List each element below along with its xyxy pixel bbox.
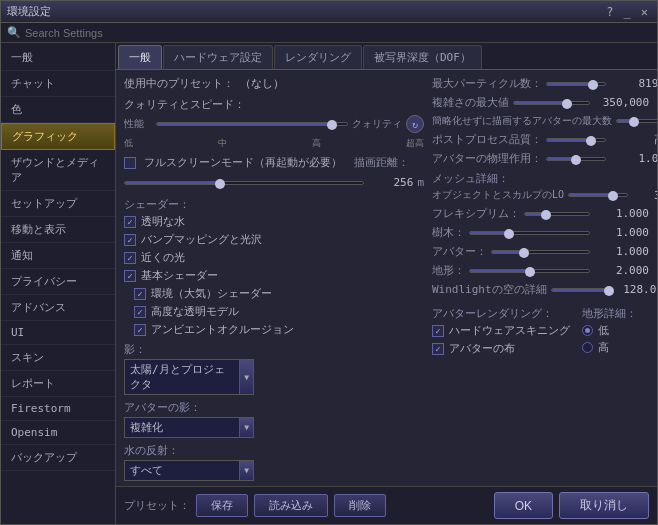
sidebar-item-advance[interactable]: アドバンス	[1, 295, 115, 321]
close-button[interactable]: ✕	[638, 5, 651, 19]
shader-atmo: 環境（大気）シェーダー	[124, 286, 424, 301]
avatar-cloth-cb[interactable]	[432, 343, 444, 355]
avatar-shadow-label: アバターの影：	[124, 400, 424, 415]
sidebar-item-graphics[interactable]: グラフィック	[1, 123, 115, 150]
draw-distance-slider[interactable]	[124, 181, 364, 185]
shader-water-cb[interactable]	[124, 216, 136, 228]
help-button[interactable]: ?	[603, 5, 616, 19]
main-content: 一般 チャット 色 グラフィック ザウンドとメディア セットアップ 移動と表示 …	[1, 43, 657, 524]
post-quality-value: 高	[610, 132, 657, 147]
shader-ao: アンビエントオクルージョン	[124, 322, 424, 337]
water-reflect-section: 水の反射： すべて ▼	[124, 443, 424, 481]
terrain-low-radio[interactable]	[582, 325, 593, 336]
shadow-select[interactable]: 太陽/月とプロジェクタ ▼	[124, 359, 254, 395]
avatar-shadow-value: 複雑化	[130, 421, 163, 434]
tab-dof[interactable]: 被写界深度（DOF）	[363, 45, 482, 69]
avatar-rendering-section: アバターレンダリング： ハードウェアスキニング アバターの布	[432, 301, 570, 359]
tree-value: 1.000	[594, 226, 649, 239]
shader-bump-cb[interactable]	[124, 234, 136, 246]
phys-row: アバターの物理作用： 1.00	[432, 151, 649, 166]
shadow-select-row: 太陽/月とプロジェクタ ▼	[124, 359, 424, 395]
shader-basic-cb[interactable]	[124, 270, 136, 282]
sidebar-item-skin[interactable]: スキン	[1, 345, 115, 371]
sidebar-item-chat[interactable]: チャット	[1, 71, 115, 97]
shader-ao-cb[interactable]	[134, 324, 146, 336]
shader-nearlight: 近くの光	[124, 250, 424, 265]
tab-hardware[interactable]: ハードウェア設定	[163, 45, 273, 69]
flex-prim-slider[interactable]	[524, 212, 590, 216]
sidebar-item-backup[interactable]: バックアップ	[1, 445, 115, 471]
avatar-detail-slider[interactable]	[491, 250, 590, 254]
fullscreen-label: フルスクリーンモード（再起動が必要）	[144, 155, 342, 170]
avatar-terrain-row: アバターレンダリング： ハードウェアスキニング アバターの布 地形詳	[432, 301, 649, 359]
sidebar-item-notify[interactable]: 通知	[1, 243, 115, 269]
tree-slider[interactable]	[469, 231, 590, 235]
sidebar-item-setup[interactable]: セットアップ	[1, 191, 115, 217]
content-area: 一般 ハードウェア設定 レンダリング 被写界深度（DOF） 使用中のプリセット：…	[116, 43, 657, 524]
preset-actions: プリセット： 保存 読み込み 削除	[124, 494, 386, 517]
cancel-button[interactable]: 取り消し	[559, 492, 649, 519]
preset-label: 使用中のプリセット：	[124, 76, 234, 91]
sidebar-item-color[interactable]: 色	[1, 97, 115, 123]
sidebar-item-firestorm[interactable]: Firestorm	[1, 397, 115, 421]
terrain-high-radio[interactable]	[582, 342, 593, 353]
shadow-select-value: 太陽/月とプロジェクタ	[130, 363, 225, 391]
sidebar-item-opensim[interactable]: Opensim	[1, 421, 115, 445]
sidebar-item-display[interactable]: 移動と表示	[1, 217, 115, 243]
sidebar-item-general[interactable]: 一般	[1, 45, 115, 71]
load-button[interactable]: 読み込み	[254, 494, 328, 517]
shader-section-header: シェーダー：	[124, 197, 424, 212]
shader-nearlight-label: 近くの光	[141, 250, 185, 265]
max-particles-row: 最大パーティクル数： 8192	[432, 76, 649, 91]
save-button[interactable]: 保存	[196, 494, 248, 517]
obj-sculpt-value: 3.000	[632, 189, 657, 202]
avatar-shadow-select[interactable]: 複雑化 ▼	[124, 417, 254, 438]
tab-general[interactable]: 一般	[118, 45, 162, 69]
shader-nearlight-cb[interactable]	[124, 252, 136, 264]
terrain-slider[interactable]	[469, 269, 590, 273]
mesh-detail-label: メッシュ詳細：	[432, 171, 649, 186]
non-imp-slider[interactable]	[616, 119, 657, 123]
quality-slider[interactable]	[156, 122, 348, 126]
shader-atmo-cb[interactable]	[134, 288, 146, 300]
tab-bar: 一般 ハードウェア設定 レンダリング 被写界深度（DOF）	[116, 43, 657, 70]
obj-sculpt-row: オブジェクトとスカルプのLO 3.000	[432, 188, 649, 202]
water-reflect-select[interactable]: すべて ▼	[124, 460, 254, 481]
minimize-button[interactable]: _	[621, 5, 634, 19]
quality-high-label: クォリティ	[352, 117, 402, 131]
post-quality-slider[interactable]	[546, 138, 606, 142]
phys-slider[interactable]	[546, 157, 606, 161]
shader-bump: バンプマッピングと光沢	[124, 232, 424, 247]
right-column: 最大パーティクル数： 8192 複雑さの最大値	[432, 76, 649, 480]
sidebar-item-privacy[interactable]: プライバシー	[1, 269, 115, 295]
search-input[interactable]	[25, 27, 225, 39]
windlight-row: Windlightの空の詳細 128.000	[432, 282, 649, 297]
windlight-slider[interactable]	[551, 288, 611, 292]
complexity-slider[interactable]	[513, 101, 590, 105]
obj-sculpt-slider[interactable]	[568, 193, 628, 197]
sidebar: 一般 チャット 色 グラフィック ザウンドとメディア セットアップ 移動と表示 …	[1, 43, 116, 524]
delete-button[interactable]: 削除	[334, 494, 386, 517]
tab-rendering[interactable]: レンダリング	[274, 45, 362, 69]
terrain-high-row: 高	[582, 340, 637, 355]
sidebar-item-report[interactable]: レポート	[1, 371, 115, 397]
shader-bump-label: バンプマッピングと光沢	[141, 232, 262, 247]
shader-transp-cb[interactable]	[134, 306, 146, 318]
ok-button[interactable]: OK	[494, 492, 553, 519]
avatar-detail-label: アバター：	[432, 244, 487, 259]
water-reflect-select-row: すべて ▼	[124, 460, 424, 481]
sidebar-item-ui[interactable]: UI	[1, 321, 115, 345]
hw-skinning-cb[interactable]	[432, 325, 444, 337]
water-reflect-label: 水の反射：	[124, 443, 424, 458]
shader-atmo-label: 環境（大気）シェーダー	[151, 286, 272, 301]
settings-panel: 使用中のプリセット： （なし） クォリティとスピード： 性能 クォリティ	[116, 70, 657, 486]
sidebar-item-sound[interactable]: ザウンドとメディア	[1, 150, 115, 191]
window-title: 環境設定	[7, 4, 51, 19]
max-particles-slider[interactable]	[546, 82, 606, 86]
draw-distance-value: 256	[368, 176, 413, 189]
water-reflect-value: すべて	[130, 464, 163, 477]
fullscreen-checkbox[interactable]	[124, 157, 136, 169]
terrain-low-row: 低	[582, 323, 637, 338]
refresh-button[interactable]: ↻	[406, 115, 424, 133]
max-particles-label: 最大パーティクル数：	[432, 76, 542, 91]
